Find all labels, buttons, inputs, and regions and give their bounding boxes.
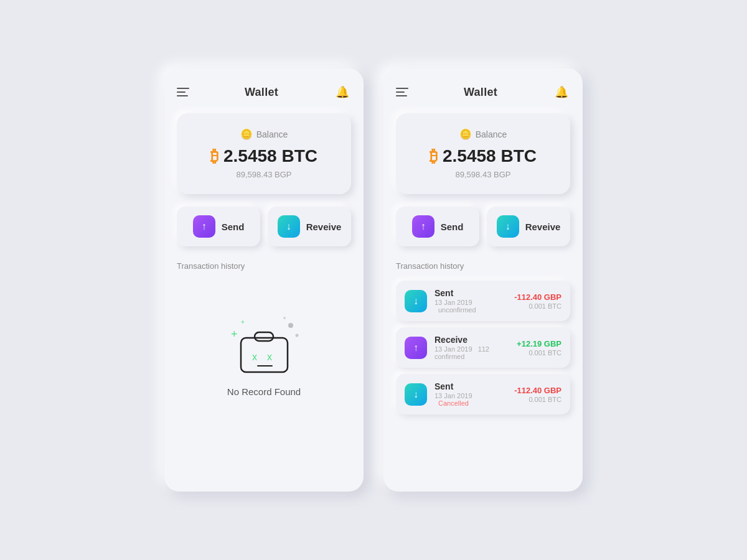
tx-info-3: Sent 13 Jan 2019 Cancelled [435,381,507,407]
left-receive-button[interactable]: ↓ Reveive [268,207,351,246]
menu-icon-left[interactable] [177,88,189,96]
left-tx-title: Transaction history [177,261,351,271]
left-empty-state: + + x x No Record Found [177,281,351,422]
bell-icon-right[interactable]: 🔔 [553,83,570,101]
svg-point-3 [296,334,299,337]
tx-send-icon-1: ↓ [405,290,427,312]
tx-item-2[interactable]: ↑ Receive 13 Jan 2019 112 confirmed +12.… [396,327,570,368]
btc-symbol-left: ₿ [210,147,218,166]
tx-amounts-3: -112.40 GBP 0.001 BTC [514,386,561,403]
right-receive-button[interactable]: ↓ Reveive [487,207,570,246]
tx-date-1: 13 Jan 2019 unconfirmed [435,299,507,314]
left-action-buttons: ↑ Send ↓ Reveive [177,207,351,246]
tx-btc-3: 0.001 BTC [514,396,561,403]
tx-date-3: 13 Jan 2019 Cancelled [435,392,507,407]
svg-text:+: + [231,328,238,340]
send-icon-right: ↑ [412,215,435,238]
left-balance-label: 🪙 Balance [189,128,339,140]
tx-btc-1: 0.001 BTC [514,302,561,310]
svg-text:+: + [241,319,245,325]
tx-amounts-1: -112.40 GBP 0.001 BTC [514,292,561,310]
svg-rect-5 [241,338,288,372]
tx-amount-1: -112.40 GBP [514,292,561,302]
tx-item-1[interactable]: ↓ Sent 13 Jan 2019 unconfirmed -112.40 G… [396,281,570,321]
empty-illustration: + + x x [223,306,304,376]
menu-icon-right[interactable] [396,88,408,96]
right-balance-amount: ₿ 2.5458 BTC [408,146,558,166]
transaction-list: ↓ Sent 13 Jan 2019 unconfirmed -112.40 G… [396,281,570,414]
left-header-title: Wallet [245,86,278,99]
wallet-small-icon-right: 🪙 [459,128,472,140]
svg-rect-6 [255,332,273,341]
tx-send-icon-3: ↓ [405,383,427,406]
right-header: Wallet 🔔 [396,83,570,101]
tx-name-1: Sent [435,288,507,298]
empty-state-text: No Record Found [227,386,301,397]
tx-status-3: Cancelled [438,399,469,407]
svg-point-2 [288,323,293,328]
tx-name-3: Sent [435,381,507,391]
left-balance-fiat: 89,598.43 BGP [189,170,339,179]
left-balance-card: 🪙 Balance ₿ 2.5458 BTC 89,598.43 BGP [177,113,351,194]
tx-status-1: unconfirmed [438,306,476,314]
tx-amounts-2: +12.19 GBP 0.001 BTC [517,339,561,357]
arrow-up-icon-right: ↑ [421,221,426,232]
svg-text:x: x [252,352,257,362]
receive-icon-right: ↓ [497,215,519,238]
tx-receive-icon-2: ↑ [405,337,427,359]
tx-item-3[interactable]: ↓ Sent 13 Jan 2019 Cancelled -112.40 GBP… [396,374,570,414]
main-container: Wallet 🔔 🪙 Balance ₿ 2.5458 BTC 89,598.4… [139,44,608,516]
tx-info-1: Sent 13 Jan 2019 unconfirmed [435,288,507,314]
wallet-small-icon-left: 🪙 [240,128,253,140]
arrow-down-icon-left: ↓ [286,221,291,232]
right-tx-title: Transaction history [396,261,570,271]
tx-date-2: 13 Jan 2019 112 confirmed [435,345,509,360]
right-send-button[interactable]: ↑ Send [396,207,479,246]
arrow-up-icon-left: ↑ [202,221,207,232]
right-phone-card: Wallet 🔔 🪙 Balance ₿ 2.5458 BTC 89,598.4… [383,68,583,492]
svg-point-4 [283,317,286,319]
bell-icon-left[interactable]: 🔔 [334,83,351,101]
left-phone-card: Wallet 🔔 🪙 Balance ₿ 2.5458 BTC 89,598.4… [164,68,364,492]
tx-name-2: Receive [435,335,509,345]
arrow-down-icon-right: ↓ [505,221,510,232]
left-send-button[interactable]: ↑ Send [177,207,260,246]
left-balance-amount: ₿ 2.5458 BTC [189,146,339,166]
left-header: Wallet 🔔 [177,83,351,101]
send-icon-left: ↑ [193,215,215,238]
tx-amount-3: -112.40 GBP [514,386,561,395]
right-header-title: Wallet [464,86,497,99]
tx-btc-2: 0.001 BTC [517,349,561,357]
right-balance-card: 🪙 Balance ₿ 2.5458 BTC 89,598.43 BGP [396,113,570,194]
right-balance-fiat: 89,598.43 BGP [408,170,558,179]
right-balance-label: 🪙 Balance [408,128,558,140]
btc-symbol-right: ₿ [430,147,438,166]
tx-info-2: Receive 13 Jan 2019 112 confirmed [435,335,509,360]
svg-text:x: x [267,352,272,362]
tx-amount-2: +12.19 GBP [517,339,561,348]
right-action-buttons: ↑ Send ↓ Reveive [396,207,570,246]
receive-icon-left: ↓ [278,215,300,238]
